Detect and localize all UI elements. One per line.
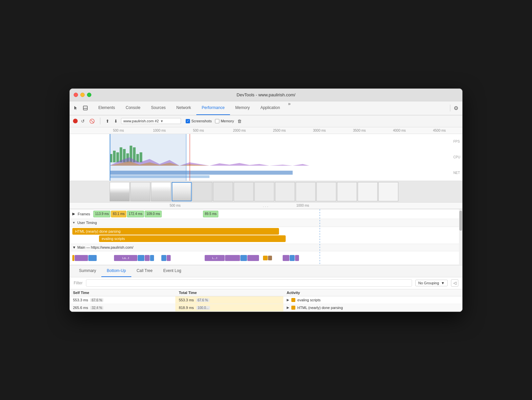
flame-blue-4 — [161, 255, 166, 261]
data-table: Self Time Total Time Activity 553.3 ms 6… — [70, 289, 462, 312]
flame-scrollbar[interactable] — [459, 209, 462, 265]
toolbar-divider — [450, 105, 450, 111]
frames-toggle[interactable]: ▶ — [72, 212, 75, 216]
url-selector[interactable]: www.paulirish.com #2 ▼ — [121, 118, 181, 124]
activity-icon-1 — [291, 298, 295, 302]
record-divider — [100, 118, 100, 124]
bottom-panel: Summary Bottom-Up Call Tree Event Log Fi… — [70, 265, 462, 312]
upload-button[interactable]: ⬆ — [104, 118, 111, 124]
total-time-2: 818.9 ms 100.0... — [175, 304, 283, 311]
main-toolbar: Elements Console Sources Network Perform… — [70, 101, 462, 115]
memory-checkbox[interactable]: Memory — [215, 119, 234, 123]
chart-side-labels: FPS CPU NET — [453, 134, 460, 181]
screenshot-thumb-14 — [378, 182, 398, 201]
self-time-1: 553.3 ms 67.6 % — [70, 296, 175, 304]
traffic-lights — [74, 93, 91, 97]
total-pct-2: 100.0... — [196, 306, 210, 310]
checkbox-group: ✓ Screenshots Memory — [186, 119, 234, 123]
settings-icon[interactable]: ⚙ — [452, 104, 460, 113]
flame-brown-1 — [268, 256, 272, 260]
collapse-button[interactable]: ◁ — [451, 279, 458, 287]
grouping-select[interactable]: No Grouping ▼ — [415, 280, 448, 286]
main-thread-label: Main — https://www.paulirish.com/ — [77, 245, 133, 249]
tab-application[interactable]: Application — [255, 101, 285, 115]
tab-elements[interactable]: Elements — [93, 101, 120, 115]
flame-blue-6 — [290, 255, 295, 261]
tab-memory[interactable]: Memory — [230, 101, 255, 115]
flame-purple-8 — [283, 255, 289, 261]
screenshot-thumb-10 — [296, 182, 316, 201]
filter-input[interactable] — [86, 279, 412, 287]
fps-chart-area: FPS CPU NET — [70, 134, 462, 181]
maximize-button[interactable] — [87, 93, 91, 97]
tab-network[interactable]: Network — [171, 101, 196, 115]
activity-2: ▶ HTML (nearly) done parsing — [283, 304, 462, 311]
flame-purple-1 — [75, 255, 88, 261]
user-timing-label: User Timing — [77, 221, 97, 225]
screenshot-thumb-8 — [254, 182, 274, 201]
tab-event-log[interactable]: Event Log — [158, 265, 187, 277]
flame-yellow-1 — [72, 255, 74, 261]
expand-arrow-2[interactable]: ▶ — [287, 306, 289, 309]
expand-arrow-1[interactable]: ▶ — [287, 298, 289, 302]
screenshots-checkbox-icon: ✓ — [186, 119, 190, 123]
activity-icon-2 — [291, 306, 295, 310]
trash-button[interactable]: 🗑 — [236, 118, 243, 124]
grouping-label: No Grouping — [418, 281, 439, 285]
screenshots-checkbox[interactable]: ✓ Screenshots — [186, 119, 212, 123]
activity-1: ▶ evaling scripts — [283, 296, 462, 304]
clear-button[interactable]: 🚫 — [88, 118, 96, 124]
table-row: 265.6 ms 32.4 % 818.9 ms 100.0... ▶ HTML… — [70, 304, 462, 311]
screenshot-thumb-4 — [172, 182, 192, 201]
flame-blue-3 — [150, 255, 154, 261]
ruler-2500: 2500 ms — [273, 129, 286, 132]
memory-checkbox-icon — [215, 119, 219, 123]
total-pct-1: 67.6 % — [196, 298, 209, 302]
screenshot-thumb-7 — [234, 182, 254, 201]
titlebar: DevTools - www.paulirish.com/ — [70, 89, 462, 101]
flame-purple-4 — [167, 255, 171, 261]
col-total-time[interactable]: Total Time — [175, 289, 283, 296]
flame-purple-6 — [225, 255, 240, 261]
screenshots-label: Screenshots — [191, 119, 212, 123]
timing-bar-html: HTML (nearly) done parsing — [72, 228, 279, 235]
col-activity[interactable]: Activity — [283, 289, 462, 296]
col-self-time[interactable]: Self Time — [70, 289, 175, 296]
tab-call-tree[interactable]: Call Tree — [131, 265, 158, 277]
flame-purple-5: L...t — [205, 255, 225, 261]
main-thread-header[interactable]: ▼ Main — https://www.paulirish.com/ — [70, 244, 462, 251]
flame-blue-1 — [88, 255, 97, 261]
tab-summary[interactable]: Summary — [74, 265, 101, 277]
screenshot-thumb-12 — [337, 182, 357, 201]
tab-performance[interactable]: Performance — [196, 101, 230, 115]
ruler-4500: 4500 ms — [433, 129, 446, 132]
download-button[interactable]: ⬇ — [113, 118, 119, 124]
recordbar: ↺ 🚫 ⬆ ⬇ www.paulirish.com #2 ▼ ✓ Screens… — [70, 115, 462, 127]
bottom-ruler-500: 500 ms — [170, 204, 181, 207]
activity-label-2: HTML (nearly) done parsing — [297, 306, 343, 310]
minimize-button[interactable] — [80, 93, 85, 97]
cpu-label: CPU — [453, 155, 460, 159]
timeline-cursor — [190, 134, 190, 181]
close-button[interactable] — [74, 93, 78, 97]
tab-sources[interactable]: Sources — [146, 101, 171, 115]
url-value: www.paulirish.com #2 — [123, 119, 159, 123]
cursor-icon[interactable] — [72, 104, 80, 112]
reload-button[interactable]: ↺ — [80, 118, 86, 124]
record-button[interactable] — [73, 119, 78, 123]
svg-rect-0 — [83, 106, 87, 110]
ruler-500b: 500 ms — [193, 129, 204, 132]
more-tabs-button[interactable]: » — [285, 101, 293, 115]
tab-bottom-up[interactable]: Bottom-Up — [101, 265, 131, 277]
main-thread-section: ▼ Main — https://www.paulirish.com/ La..… — [70, 244, 462, 265]
frames-header-label: Frames — [78, 212, 90, 216]
screenshot-thumb-6 — [213, 182, 233, 201]
ruler-3500: 3500 ms — [353, 129, 366, 132]
tab-console[interactable]: Console — [120, 101, 146, 115]
timeline-area: 500 ms 1000 ms 500 ms 2000 ms 2500 ms 30… — [70, 127, 462, 209]
screenshot-thumb-13 — [358, 182, 378, 201]
user-timing-header[interactable]: ▼ User Timing — [70, 219, 462, 227]
dock-icon[interactable] — [82, 104, 89, 112]
flame-purple-9 — [295, 255, 299, 261]
timeline-selection[interactable] — [110, 134, 186, 181]
